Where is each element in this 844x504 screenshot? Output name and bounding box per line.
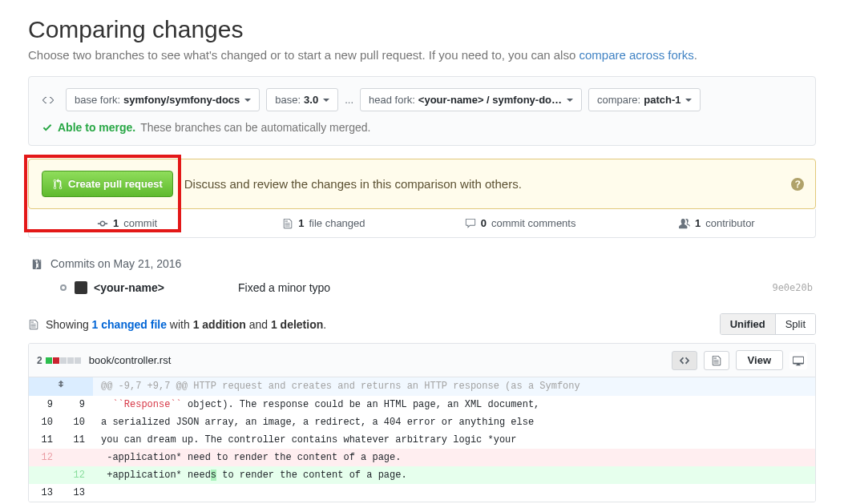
comment-label: commit comments xyxy=(491,217,575,229)
base-branch-dropdown[interactable]: base: 3.0 xyxy=(266,88,338,111)
comment-icon xyxy=(465,218,476,229)
help-icon[interactable] xyxy=(791,178,804,191)
changes-post: . xyxy=(323,318,326,331)
line-num-old: 9 xyxy=(29,396,61,413)
compare-value: patch-1 xyxy=(644,94,680,106)
create-pull-request-button[interactable]: Create pull request xyxy=(42,171,173,197)
line-num-old: 12 xyxy=(29,449,61,466)
source-view-button[interactable] xyxy=(672,351,697,370)
compare-branch-dropdown[interactable]: compare: patch-1 xyxy=(588,88,701,111)
compare-stats: 1 commit 1 file changed 0 commit comment… xyxy=(28,209,816,238)
diff-table: @@ -9,7 +9,7 @@ HTTP request and creates… xyxy=(29,377,815,502)
base-value: 3.0 xyxy=(304,94,318,106)
changes-text: Showing 1 changed file with 1 addition a… xyxy=(46,318,326,331)
stat-files: 1 file changed xyxy=(225,209,422,237)
head-fork-dropdown[interactable]: head fork: <your-name> / symfony-do… xyxy=(360,88,582,111)
file-diff-icon xyxy=(28,319,39,330)
caret-icon xyxy=(323,99,329,102)
commit-date-label: Commits on May 21, 2016 xyxy=(50,257,181,270)
line-num-old: 13 xyxy=(29,484,61,502)
diff-line: 1010a serialized JSON array, an image, a… xyxy=(29,413,815,431)
diff-line: 99 ``Response`` object). The response co… xyxy=(29,396,815,413)
page-title: Comparing changes xyxy=(28,16,816,43)
line-num-new: 13 xyxy=(61,484,93,502)
view-file-button[interactable]: View xyxy=(736,350,783,370)
pull-request-icon xyxy=(52,179,63,190)
avatar xyxy=(75,281,87,294)
commit-section: Commits on May 21, 2016 <your-name> Fixe… xyxy=(28,251,816,299)
head-fork-value: <your-name> / symfony-do… xyxy=(418,94,562,106)
line-num-new: 11 xyxy=(61,431,93,449)
merge-ok-text: Able to merge. xyxy=(58,121,135,134)
changes-mid: with xyxy=(167,318,193,331)
commit-count: 1 xyxy=(113,217,119,229)
merge-detail: These branches can be automatically merg… xyxy=(140,121,370,134)
line-num-new xyxy=(61,449,93,466)
rendered-view-button[interactable] xyxy=(704,351,729,370)
device-desktop-button[interactable] xyxy=(789,352,807,369)
line-num-old: 11 xyxy=(29,431,61,449)
hunk-text: @@ -9,7 +9,7 @@ HTTP request and creates… xyxy=(93,377,815,396)
diff-line-deleted: 12 -application* need to render the cont… xyxy=(29,449,815,466)
commit-message[interactable]: Fixed a minor typo xyxy=(238,281,772,294)
expand-icon[interactable] xyxy=(55,378,67,389)
stat-commits: 1 commit xyxy=(29,209,225,237)
stat-comments: 0 commit comments xyxy=(422,209,619,237)
file-path[interactable]: book/controller.rst xyxy=(89,354,172,366)
file-header: 2 book/controller.rst View xyxy=(29,344,815,377)
diffstat-blocks xyxy=(46,357,81,364)
commit-icon xyxy=(97,218,108,229)
caret-icon xyxy=(685,99,692,102)
commit-author[interactable]: <your-name> xyxy=(94,281,238,294)
diff-line: 1111you can dream up. The controller con… xyxy=(29,431,815,449)
diff-file-box: 2 book/controller.rst View @@ -9,7 +9,7 … xyxy=(28,343,816,502)
file-icon xyxy=(282,218,293,229)
diff-code: -application* need to render the content… xyxy=(93,449,815,466)
contrib-label: contributor xyxy=(705,217,754,229)
dots-separator: ... xyxy=(345,94,353,106)
timeline-node-icon xyxy=(60,284,67,291)
contrib-count: 1 xyxy=(695,217,701,229)
merge-status: Able to merge. These branches can be aut… xyxy=(42,121,802,134)
line-num-old xyxy=(29,466,61,484)
diff-line-added: 12 +application* needs to render the con… xyxy=(29,466,815,484)
diff-code xyxy=(93,484,815,502)
split-view-button[interactable]: Split xyxy=(775,314,815,334)
deletions-count: 1 deletion xyxy=(271,318,323,331)
base-label: base: xyxy=(275,94,301,106)
diffstat-number: 2 xyxy=(37,355,42,366)
head-fork-label: head fork: xyxy=(369,94,415,106)
subtitle-post: . xyxy=(694,48,697,62)
diff-view-toggle: Unified Split xyxy=(720,313,816,335)
create-pr-prompt: Create pull request Discuss and review t… xyxy=(28,159,816,209)
line-num-new: 12 xyxy=(61,466,93,484)
file-count: 1 xyxy=(298,217,304,229)
commit-sha[interactable]: 9e0e20b xyxy=(772,282,813,293)
subtitle-text: Choose two branches to see what's change… xyxy=(28,48,579,62)
pr-discuss-text: Discuss and review the changes in this c… xyxy=(184,177,522,191)
commit-row: <your-name> Fixed a minor typo 9e0e20b xyxy=(28,276,816,299)
additions-count: 1 addition xyxy=(193,318,246,331)
diff-line: 1313 xyxy=(29,484,815,502)
repo-push-icon xyxy=(31,258,42,269)
changes-pre: Showing xyxy=(46,318,92,331)
diff-code: a serialized JSON array, an image, a red… xyxy=(93,413,815,431)
compare-forks-link[interactable]: compare across forks xyxy=(579,48,693,62)
base-fork-label: base fork: xyxy=(75,94,120,106)
line-num-new: 9 xyxy=(61,396,93,413)
base-fork-value: symfony/symfony-docs xyxy=(123,94,240,106)
comment-count: 0 xyxy=(481,217,487,229)
line-num-new: 10 xyxy=(61,413,93,431)
commit-label: commit xyxy=(123,217,157,229)
diff-code: +application* needs to render the conten… xyxy=(93,466,815,484)
stat-contributors: 1 contributor xyxy=(619,209,815,237)
unified-view-button[interactable]: Unified xyxy=(721,314,775,334)
compare-label: compare: xyxy=(597,94,640,106)
people-icon xyxy=(679,218,690,229)
branch-compare-box: base fork: symfony/symfony-docs base: 3.… xyxy=(28,76,816,146)
base-fork-dropdown[interactable]: base fork: symfony/symfony-docs xyxy=(66,88,260,111)
caret-icon xyxy=(244,99,251,102)
changes-summary: Showing 1 changed file with 1 addition a… xyxy=(28,313,816,335)
changed-file-link[interactable]: 1 changed file xyxy=(92,318,167,331)
caret-icon xyxy=(567,99,573,102)
